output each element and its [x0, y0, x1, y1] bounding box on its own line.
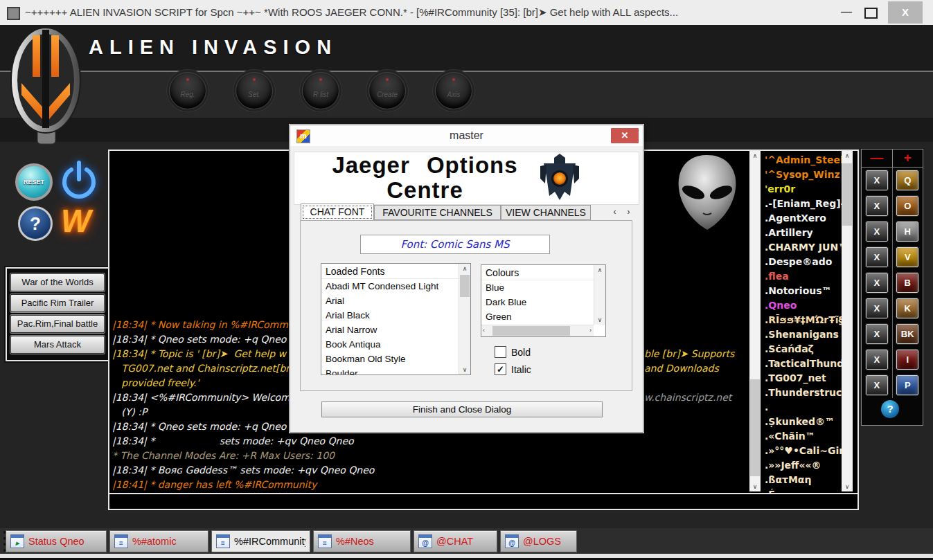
plus-button[interactable]: + — [893, 150, 923, 167]
nick-list-item[interactable]: .Șkunked®™ — [765, 415, 844, 429]
scroll-right-icon[interactable]: › — [589, 327, 592, 334]
scroll-down-icon[interactable]: ∨ — [459, 365, 470, 374]
fonts-scrollbar[interactable]: ∧ ∨ — [459, 264, 470, 374]
mode-letter-button[interactable]: O — [896, 196, 918, 216]
colour-list-item[interactable]: Dark Blue — [481, 295, 594, 309]
close-x-button[interactable]: X — [866, 222, 888, 242]
movie-button[interactable]: Mars Attack — [10, 336, 105, 354]
font-list-item[interactable]: Boulder — [321, 366, 459, 375]
nick-list-item[interactable]: .TacticalThunder — [765, 356, 844, 371]
nick-list-item[interactable]: '^Sysop_Winz — [765, 168, 844, 182]
nicklist-scrollbar[interactable]: ∧ ∨ — [842, 151, 853, 491]
movie-button[interactable]: Pacific Rim Trailer — [10, 294, 105, 312]
nav-round-button[interactable]: Axis — [435, 72, 472, 109]
close-x-button[interactable]: X — [866, 273, 888, 293]
close-x-button[interactable]: X — [866, 350, 888, 370]
nicklist-scrollbar-thumb[interactable] — [842, 163, 852, 226]
maximize-button[interactable] — [864, 8, 878, 19]
nick-list-item[interactable]: .»»Jeff««® — [765, 458, 844, 473]
nick-list-item[interactable]: .»°°♥•Cali~Girl•♥ — [765, 444, 844, 458]
nick-list-item[interactable]: .-[Eniam_Reg]- — [765, 197, 844, 211]
nick-list-item[interactable]: .Qneo — [765, 298, 844, 313]
minimize-button[interactable]: — — [835, 0, 858, 25]
close-x-button[interactable]: X — [866, 324, 888, 344]
tab-scroll-right-icon[interactable]: › — [622, 206, 635, 219]
close-x-button[interactable]: X — [866, 196, 888, 216]
mode-letter-button[interactable]: H — [896, 222, 918, 242]
switchbar-tab-logs[interactable]: @ @LOGS — [500, 530, 577, 552]
reset-button[interactable]: RESET — [15, 163, 53, 201]
font-list-item[interactable]: Arial Narrow — [321, 323, 459, 337]
scroll-down-icon[interactable]: ∨ — [749, 482, 761, 491]
nick-list-item[interactable]: .Despe®ado — [765, 255, 844, 269]
mode-letter-button[interactable]: Q — [896, 170, 918, 190]
nick-list-item[interactable]: .Thunderstruck — [765, 386, 844, 400]
scroll-up-icon[interactable]: ∧ — [594, 265, 605, 275]
scroll-down-icon[interactable]: ∨ — [594, 315, 605, 325]
nav-round-button[interactable]: Reg. — [169, 72, 206, 109]
chat-scrollbar-thumb[interactable] — [750, 379, 760, 476]
nick-list-item[interactable]: .Sċańđaζ — [765, 342, 844, 356]
mode-letter-button[interactable]: I — [896, 350, 918, 370]
mode-letter-button[interactable]: P — [896, 375, 918, 395]
font-list-item[interactable]: Book Antiqua — [321, 337, 459, 352]
font-list-item[interactable]: Arial Black — [321, 308, 459, 323]
close-x-button[interactable]: X — [866, 247, 888, 267]
power-icon[interactable] — [58, 159, 100, 202]
movie-button[interactable]: War of the Worlds — [10, 273, 105, 291]
mode-letter-button[interactable]: K — [896, 298, 918, 318]
switchbar-tab-status[interactable]: ▸ Status Qneo — [6, 530, 107, 552]
colours-scrollbar[interactable]: ∧ ∨ — [594, 265, 605, 325]
nick-list-item[interactable]: .TG007_net — [765, 371, 844, 386]
switchbar-tab-atomic[interactable]: ≡ %#atomic — [109, 530, 208, 552]
nick-list-item[interactable]: .RĨϧϧ¥‡MΏrŦĩ§ — [765, 313, 844, 327]
close-button[interactable]: X — [888, 1, 923, 24]
nick-list-item[interactable]: .Artillery — [765, 226, 844, 240]
nick-list-item[interactable]: .ßατMαη — [765, 473, 844, 487]
nav-round-button[interactable]: Set. — [236, 72, 273, 109]
italic-checkbox[interactable]: ✓ — [495, 363, 506, 375]
w-flame-icon[interactable]: W — [61, 202, 91, 240]
chat-scrollbar[interactable]: ∧ ∨ — [749, 151, 761, 491]
scroll-down-icon[interactable]: ∨ — [842, 482, 853, 491]
switchbar-tab-neos[interactable]: ≡ %#Neos — [313, 530, 411, 552]
colour-list-item[interactable]: Blue — [481, 280, 594, 295]
nav-round-button[interactable]: R list — [302, 72, 339, 109]
switchbar-tab-ircommunity[interactable]: ≡ %#IRCommunity — [211, 530, 310, 552]
mode-letter-button[interactable]: B — [896, 273, 918, 293]
nick-list-item[interactable]: .«Chãin™ — [765, 429, 844, 444]
help-button[interactable]: ? — [18, 206, 53, 241]
nav-round-button[interactable]: Create — [368, 72, 406, 109]
colours-hscrollbar[interactable]: ‹ › — [481, 325, 594, 336]
close-x-button[interactable]: X — [866, 170, 888, 190]
tab-chat-font[interactable]: CHAT FONT — [301, 204, 374, 221]
nick-list-item[interactable]: .Notorious™ — [765, 284, 844, 298]
colours-hscrollbar-thumb[interactable] — [492, 326, 570, 336]
scroll-up-icon[interactable]: ∧ — [842, 151, 853, 161]
finish-close-button[interactable]: Finish and Close Dialog — [321, 401, 603, 417]
bold-checkbox[interactable] — [495, 346, 506, 358]
tab-scroll-left-icon[interactable]: ‹ — [608, 206, 621, 219]
nick-list-item[interactable]: .Shenanigans — [765, 327, 844, 342]
scroll-up-icon[interactable]: ∧ — [459, 264, 470, 273]
scroll-up-icon[interactable]: ∧ — [749, 151, 761, 161]
nick-list-item[interactable]: .flea — [765, 269, 844, 284]
switchbar-tab-chat[interactable]: @ @CHAT — [414, 530, 497, 552]
font-list-item[interactable]: Arial — [321, 293, 459, 308]
font-list-item[interactable]: Abadi MT Condensed Light — [321, 279, 459, 293]
mode-letter-button[interactable]: BK — [896, 324, 918, 344]
chat-input-line[interactable] — [109, 493, 858, 509]
nick-list-item[interactable]: 'err0r — [765, 182, 844, 197]
colour-list-item[interactable]: Green — [481, 309, 594, 324]
nick-list-item[interactable]: '^Admin_Steel — [765, 153, 844, 168]
close-x-button[interactable]: X — [866, 375, 888, 395]
font-list-item[interactable]: Bookman Old Style — [321, 352, 459, 366]
dialog-close-button[interactable]: ✕ — [611, 128, 639, 143]
minus-button[interactable]: — — [862, 150, 893, 167]
mode-letter-button[interactable]: V — [896, 247, 918, 267]
nick-list-item[interactable]: .CHARMY JUN™ — [765, 240, 844, 255]
scroll-left-icon[interactable]: ‹ — [483, 327, 485, 334]
movie-button[interactable]: Pac.Rim,Final battle — [10, 315, 105, 333]
nick-list-item[interactable]: . — [765, 400, 844, 415]
nick-list-item[interactable]: .AgentXero — [765, 211, 844, 226]
